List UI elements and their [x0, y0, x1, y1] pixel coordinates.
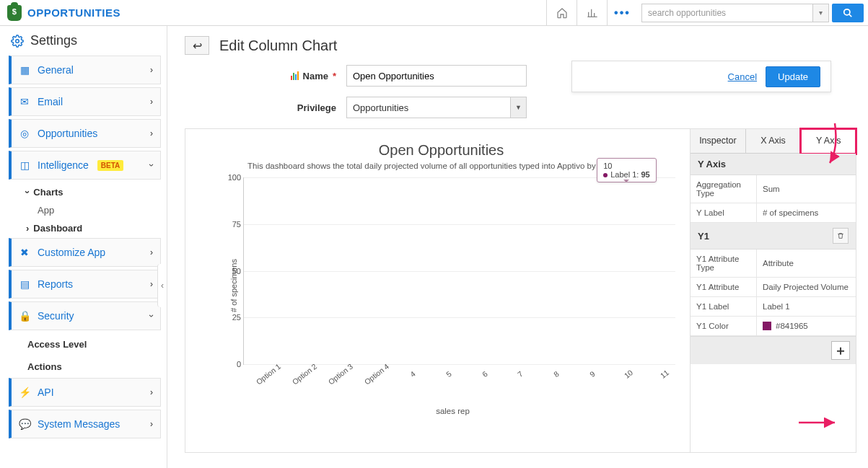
y-tick: 25 — [225, 313, 241, 322]
inspector-row[interactable]: Y1 Attribute TypeAttribute — [691, 250, 856, 278]
lock-icon: 🔒 — [19, 310, 30, 322]
sidebar-item-intelligence[interactable]: ◫ Intelligence BETA › — [9, 151, 161, 180]
sidebar-sub-dashboard[interactable]: Dashboard — [9, 218, 161, 238]
chevron-right-icon: › — [150, 387, 153, 397]
inspector-row[interactable]: Aggregation TypeSum — [691, 175, 856, 203]
svg-point-0 — [844, 9, 850, 14]
sidebar-item-reports[interactable]: ▤ Reports › — [9, 270, 161, 299]
topbar: OPPORTUNITIES ••• search opportunities ▾ — [0, 0, 868, 26]
search-dropdown-caret[interactable]: ▾ — [812, 4, 828, 22]
inspector-value[interactable]: Attribute — [757, 250, 856, 277]
mini-bar-chart-icon — [291, 71, 299, 80]
back-button[interactable]: ↩ — [185, 36, 209, 55]
settings-title: Settings — [30, 33, 77, 48]
sidebar-item-email[interactable]: ✉ Email › — [9, 87, 161, 116]
sidebar-item-label: Customize App — [38, 247, 105, 258]
delete-y1-button[interactable] — [833, 228, 849, 244]
cancel-link[interactable]: Cancel — [728, 71, 757, 82]
sidebar-plain-access-level[interactable]: Access Level — [9, 333, 161, 356]
sidebar-item-api[interactable]: ⚡ API › — [9, 378, 161, 407]
target-icon: ◎ — [19, 128, 30, 139]
inspector-value[interactable]: Daily Projected Volume — [757, 278, 856, 296]
chart-plot[interactable]: 0255075100 — [243, 177, 675, 365]
inspector-value[interactable]: Label 1 — [757, 297, 856, 316]
topbar-icons: ••• — [546, 0, 637, 25]
inspector-key: Y1 Color — [691, 317, 757, 335]
sidebar-collapse-handle[interactable]: ‹ — [157, 264, 167, 307]
bar-chart-icon — [587, 7, 598, 19]
privilege-select[interactable]: Opportunities ▼ — [346, 97, 527, 118]
gear-icon — [10, 34, 25, 48]
chevron-right-icon: › — [150, 419, 153, 429]
chart-area: # of specimens 0255075100 Option 1Option… — [230, 177, 675, 394]
stats-button[interactable] — [577, 0, 607, 25]
inspector-row[interactable]: Y Label# of specimens — [691, 203, 856, 223]
chevron-right-icon: › — [150, 247, 153, 257]
chevron-down-icon: ▼ — [510, 97, 526, 118]
x-axis-ticks: Option 1Option 2Option 3Option 445678910… — [243, 365, 675, 394]
chat-icon: 💬 — [19, 418, 30, 430]
inspector-value[interactable]: # of specimens — [757, 203, 856, 222]
chevron-right-icon: › — [150, 65, 153, 75]
sidebar-item-label: Opportunities — [38, 128, 97, 139]
home-button[interactable] — [546, 0, 577, 25]
tab-x-axis[interactable]: X Axis — [746, 129, 802, 153]
search-placeholder: search opportunities — [648, 8, 726, 18]
sidebar-item-label: System Messages — [38, 418, 120, 430]
chevron-down-icon: › — [146, 314, 157, 317]
inspector-row[interactable]: Y1 Color#841965 — [691, 317, 856, 336]
search-button[interactable] — [832, 4, 864, 22]
chevron-down-icon: › — [146, 164, 157, 167]
sidebar-item-general[interactable]: ▦ General › — [9, 56, 161, 84]
update-button[interactable]: Update — [766, 66, 820, 87]
inspector-key: Y1 Attribute — [691, 278, 757, 296]
chevron-right-icon: › — [150, 279, 153, 289]
beta-badge: BETA — [97, 160, 123, 171]
inspector-value[interactable]: Sum — [757, 175, 856, 203]
more-button[interactable]: ••• — [607, 0, 637, 25]
y-tick: 0 — [225, 360, 241, 368]
y-tick: 100 — [225, 173, 241, 182]
search-input[interactable]: search opportunities ▾ — [641, 4, 829, 22]
sidebar-item-customize-app[interactable]: ✖ Customize App › — [9, 238, 161, 267]
chart-title: Open Opportunities — [203, 142, 680, 159]
search-icon — [843, 8, 853, 18]
inspector-key: Y1 Label — [691, 297, 757, 316]
inspector-row[interactable]: Y1 LabelLabel 1 — [691, 297, 856, 317]
brand[interactable]: OPPORTUNITIES — [0, 5, 128, 21]
required-asterisk: * — [333, 71, 336, 81]
inspector-tabs: Inspector X Axis Y Axis — [691, 129, 856, 154]
sidebar-item-opportunities[interactable]: ◎ Opportunities › — [9, 119, 161, 148]
chevron-right-icon: › — [150, 97, 153, 107]
chevron-right-icon: › — [150, 128, 153, 138]
plug-icon: ⚡ — [19, 387, 30, 398]
svg-point-1 — [16, 39, 19, 43]
inspector-key: Aggregation Type — [691, 175, 757, 203]
wrench-icon: ✖ — [19, 247, 30, 258]
plus-icon: ＋ — [834, 342, 847, 359]
home-icon — [556, 7, 568, 19]
add-series-row: ＋ — [691, 336, 856, 364]
tab-inspector[interactable]: Inspector — [691, 129, 746, 153]
name-input[interactable] — [346, 65, 527, 87]
tab-y-axis[interactable]: Y Axis — [801, 129, 856, 154]
inspector-row[interactable]: Y1 AttributeDaily Projected Volume — [691, 278, 856, 297]
sidebar-item-label: General — [38, 64, 74, 76]
sidebar-plain-actions[interactable]: Actions — [9, 356, 161, 378]
sidebar-item-security[interactable]: 🔒 Security › — [9, 301, 161, 330]
chart-tooltip: 10Label 1: 95 — [597, 158, 656, 182]
editor-title: Edit Column Chart — [219, 37, 337, 54]
workbench: Open Opportunities This dashboard shows … — [185, 128, 856, 453]
add-series-button[interactable]: ＋ — [831, 341, 850, 360]
sidebar-item-label: Email — [38, 96, 63, 107]
sidebar-leaf-app[interactable]: App — [9, 202, 161, 218]
action-bar: Cancel Update — [571, 61, 831, 92]
sidebar-sub-charts[interactable]: Charts — [9, 182, 161, 202]
section-y-axis: Y Axis — [691, 154, 856, 175]
sidebar-item-system-messages[interactable]: 💬 System Messages › — [9, 410, 161, 438]
sidebar: Settings ▦ General › ✉ Email › ◎ Opportu… — [0, 26, 167, 468]
y-tick: 75 — [225, 220, 241, 229]
sidebar-item-label: Reports — [38, 278, 73, 290]
inspector-value[interactable]: #841965 — [757, 317, 856, 335]
report-icon: ▤ — [19, 278, 30, 290]
